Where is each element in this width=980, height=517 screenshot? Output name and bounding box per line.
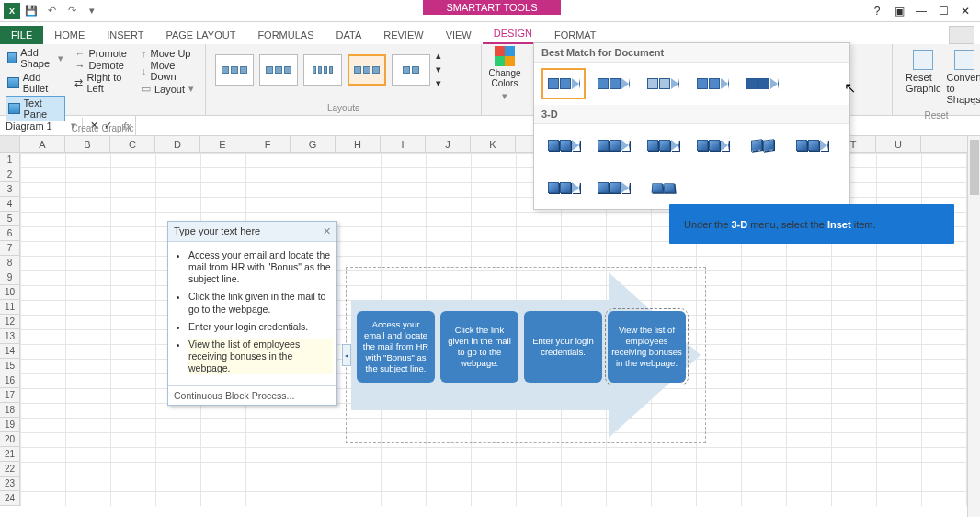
row-header[interactable]: 16 — [0, 373, 19, 388]
row-header[interactable]: 17 — [0, 388, 19, 403]
style-3d-sunset[interactable] — [591, 172, 635, 203]
tab-insert[interactable]: INSERT — [96, 26, 154, 44]
smartart-graphic[interactable]: ◂ Access your email and locate the mail … — [351, 272, 701, 438]
text-pane-footer[interactable]: Continuous Block Process... — [168, 385, 336, 405]
add-bullet-button[interactable]: Add Bullet — [6, 71, 65, 95]
reset-graphic-button[interactable]: Reset Graphic — [906, 50, 941, 105]
layout-option-1[interactable] — [215, 54, 254, 86]
style-moderate-effect[interactable] — [690, 68, 735, 99]
column-header[interactable]: F — [245, 136, 291, 152]
smartart-block[interactable]: View the list of employees receiving bon… — [608, 311, 686, 383]
layout-option-4[interactable] — [348, 54, 386, 86]
tab-data[interactable]: DATA — [325, 26, 373, 44]
style-3d-inset[interactable] — [591, 130, 635, 161]
tab-review[interactable]: REVIEW — [372, 26, 434, 44]
add-shape-button[interactable]: Add Shape▾ — [6, 46, 65, 70]
row-header[interactable]: 24 — [0, 491, 19, 506]
style-3d-flat[interactable] — [790, 130, 834, 161]
smartart-block[interactable]: Click the link given in the mail to go t… — [440, 311, 518, 383]
tab-home[interactable]: HOME — [43, 26, 96, 44]
tab-format[interactable]: FORMAT — [543, 26, 608, 44]
style-3d-metallic[interactable] — [541, 172, 586, 203]
tab-page-layout[interactable]: PAGE LAYOUT — [154, 26, 246, 44]
smartart-block[interactable]: Access your email and locate the mail fr… — [357, 311, 435, 383]
text-pane-list[interactable]: Access your email and locate the mail fr… — [168, 242, 336, 385]
text-pane-toggle-icon[interactable]: ◂ — [342, 344, 351, 366]
ribbon-options-icon[interactable]: ▣ — [890, 5, 908, 17]
promote-button[interactable]: ← Promote — [74, 48, 127, 59]
row-header[interactable]: 8 — [0, 256, 19, 270]
tab-design[interactable]: DESIGN — [483, 24, 543, 44]
text-pane-button[interactable]: Text Pane — [6, 96, 65, 121]
column-header[interactable]: K — [471, 136, 516, 152]
tab-file[interactable]: FILE — [0, 26, 43, 44]
minimize-icon[interactable]: — — [912, 5, 930, 17]
row-header[interactable]: 12 — [0, 315, 19, 329]
row-header[interactable]: 10 — [0, 285, 19, 300]
layout-option-3[interactable] — [303, 54, 342, 86]
smartart-block[interactable]: Enter your login credentials. — [524, 311, 602, 383]
column-header[interactable]: U — [876, 136, 921, 152]
row-header[interactable]: 19 — [0, 418, 19, 432]
row-header[interactable]: 9 — [0, 270, 19, 285]
column-header[interactable]: I — [381, 136, 426, 152]
help-icon[interactable]: ? — [868, 5, 886, 17]
row-header[interactable]: 6 — [0, 226, 19, 241]
style-3d-birdseye[interactable] — [641, 172, 685, 203]
vertical-scrollbar[interactable] — [967, 136, 980, 517]
move-up-button[interactable]: ↑ Move Up — [142, 48, 194, 59]
row-header[interactable]: 20 — [0, 432, 19, 447]
convert-to-shapes-button[interactable]: Convert to Shapes — [947, 50, 980, 105]
row-header[interactable]: 22 — [0, 462, 19, 477]
column-header[interactable]: G — [291, 136, 336, 152]
maximize-icon[interactable]: ☐ — [934, 5, 952, 17]
row-header[interactable]: 21 — [0, 447, 19, 462]
layout-option-5[interactable] — [392, 54, 430, 86]
column-header[interactable]: J — [426, 136, 471, 152]
row-header[interactable]: 3 — [0, 182, 19, 197]
column-header[interactable]: B — [65, 136, 110, 152]
collapse-ribbon-icon[interactable]: ˆ — [973, 102, 976, 113]
layouts-more-icon[interactable]: ▴▾▾ — [436, 50, 441, 89]
account-icon[interactable] — [949, 26, 974, 44]
style-white-outline[interactable] — [591, 68, 635, 99]
style-3d-polished[interactable] — [541, 130, 586, 161]
row-header[interactable]: 1 — [0, 153, 19, 167]
layout-option-2[interactable] — [259, 54, 298, 86]
demote-button[interactable]: → Demote — [74, 60, 127, 71]
tab-formulas[interactable]: FORMULAS — [246, 26, 325, 44]
move-down-button[interactable]: ↓ Move Down — [142, 60, 194, 82]
row-header[interactable]: 14 — [0, 344, 19, 359]
column-header[interactable]: A — [20, 136, 65, 152]
style-intense-effect[interactable] — [740, 68, 784, 99]
column-header[interactable]: C — [110, 136, 155, 152]
save-icon[interactable]: 💾 — [22, 3, 40, 19]
text-pane-item[interactable]: View the list of employees receiving bon… — [188, 339, 333, 374]
layout-button[interactable]: ▭ Layout ▾ — [142, 83, 194, 95]
row-header[interactable]: 18 — [0, 403, 19, 418]
style-simple-fill[interactable] — [541, 68, 586, 99]
undo-icon[interactable]: ↶ — [42, 3, 61, 19]
row-header[interactable]: 7 — [0, 241, 19, 256]
row-header[interactable]: 5 — [0, 212, 19, 226]
redo-icon[interactable]: ↷ — [63, 3, 81, 19]
style-subtle-effect[interactable] — [641, 68, 685, 99]
column-header[interactable]: H — [336, 136, 381, 152]
select-all-corner[interactable] — [0, 136, 20, 152]
style-3d-brick[interactable] — [740, 130, 784, 161]
row-header[interactable]: 11 — [0, 300, 19, 315]
style-3d-cartoon[interactable] — [641, 130, 685, 161]
style-3d-powder[interactable] — [690, 130, 735, 161]
row-header[interactable]: 15 — [0, 359, 19, 373]
qat-dropdown-icon[interactable]: ▾ — [83, 3, 101, 19]
right-to-left-button[interactable]: ⇄ Right to Left — [74, 72, 127, 94]
row-header[interactable]: 13 — [0, 329, 19, 344]
column-header[interactable]: E — [200, 136, 245, 152]
text-pane-close-icon[interactable]: ✕ — [323, 225, 331, 237]
close-icon[interactable]: ✕ — [956, 5, 974, 17]
text-pane-item[interactable]: Click the link given in the mail to go t… — [188, 291, 333, 315]
text-pane-item[interactable]: Enter your login credentials. — [188, 321, 333, 333]
row-header[interactable]: 2 — [0, 167, 19, 182]
row-header[interactable]: 4 — [0, 197, 19, 212]
row-header[interactable]: 23 — [0, 477, 19, 491]
